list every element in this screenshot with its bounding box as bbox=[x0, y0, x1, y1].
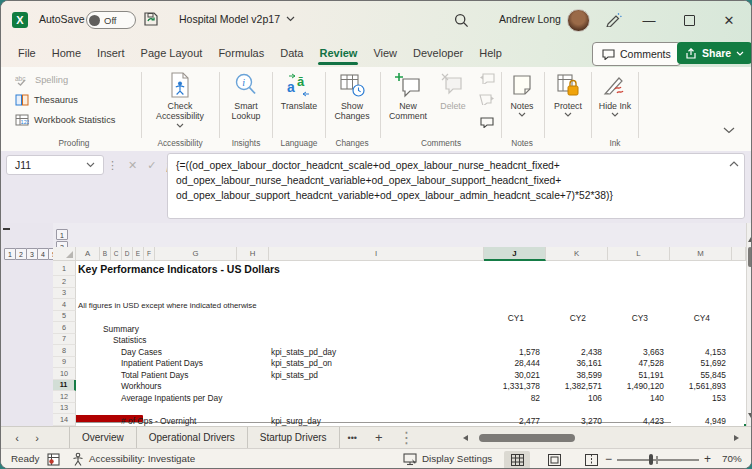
thesaurus-button[interactable]: Thesaurus bbox=[15, 91, 139, 109]
cell-label-row-14[interactable]: # of Ops - Overnight bbox=[121, 416, 196, 426]
cell-value-row-14-cy1[interactable]: 2,477 bbox=[486, 416, 540, 426]
document-title[interactable]: Hospital Model v2p17 bbox=[179, 13, 295, 25]
cell-value-row-9-cy4[interactable]: 51,692 bbox=[672, 358, 726, 368]
cell-code-row-10[interactable]: kpi_stats_pd bbox=[271, 370, 318, 380]
row-header-5[interactable]: 5 bbox=[53, 311, 76, 323]
display-settings-icon[interactable] bbox=[403, 453, 418, 466]
cell-label-row-7[interactable]: Statistics bbox=[113, 335, 147, 345]
row-header-6[interactable]: 6 bbox=[53, 322, 76, 334]
cell-value-row-8-cy2[interactable]: 2,438 bbox=[548, 347, 602, 357]
cancel-formula-icon[interactable]: ✕ bbox=[128, 159, 137, 172]
year-header-CY3[interactable]: CY3 bbox=[608, 313, 648, 323]
minimize-button[interactable]: — bbox=[634, 5, 664, 35]
cell-value-row-8-cy3[interactable]: 3,663 bbox=[610, 347, 664, 357]
close-button[interactable]: ✕ bbox=[714, 5, 744, 35]
new-comment-button[interactable]: New Comment bbox=[385, 70, 431, 122]
vertical-scroll-thumb[interactable] bbox=[748, 247, 752, 267]
record-macro-icon[interactable] bbox=[47, 453, 60, 466]
column-header-C[interactable]: C bbox=[111, 247, 122, 261]
zoom-slider-thumb[interactable] bbox=[649, 454, 653, 465]
cell-label-row-10[interactable]: Total Patient Days bbox=[121, 370, 189, 380]
prev-sheet-icon[interactable]: ‹ bbox=[7, 432, 27, 444]
zoom-out-button[interactable]: − bbox=[605, 452, 612, 466]
comments-button[interactable]: Comments bbox=[592, 42, 681, 66]
row-header-4[interactable]: 4 bbox=[53, 299, 76, 311]
sheet-tab-operational-drivers[interactable]: Operational Drivers bbox=[137, 427, 248, 448]
page-break-view-button[interactable] bbox=[578, 451, 604, 469]
year-header-CY4[interactable]: CY4 bbox=[670, 313, 710, 323]
hide-ink-button[interactable]: Hide Ink bbox=[595, 70, 635, 117]
row-header-8[interactable]: 8 bbox=[53, 345, 76, 357]
column-header-K[interactable]: K bbox=[546, 247, 608, 261]
cell-value-row-10-cy3[interactable]: 51,191 bbox=[610, 370, 664, 380]
protect-button[interactable]: Protect bbox=[547, 70, 589, 117]
notes-button[interactable]: Notes bbox=[503, 70, 541, 117]
row-header-3[interactable]: 3 bbox=[53, 288, 76, 300]
column-header-E[interactable]: E bbox=[133, 247, 144, 261]
row-header-2[interactable]: 2 bbox=[53, 276, 76, 288]
row-header-7[interactable]: 7 bbox=[53, 334, 76, 346]
cell-value-row-9-cy3[interactable]: 47,528 bbox=[610, 358, 664, 368]
horizontal-scroll-thumb[interactable] bbox=[479, 434, 575, 442]
workbook-statistics-button[interactable]: 123 Workbook Statistics bbox=[15, 111, 139, 129]
collapse-ribbon-icon[interactable] bbox=[723, 127, 735, 134]
row-header-14[interactable]: 14 bbox=[53, 414, 76, 426]
check-accessibility-button[interactable]: Check Accessibility bbox=[144, 70, 216, 128]
display-settings-label[interactable]: Display Settings bbox=[422, 453, 492, 464]
previous-comment-icon[interactable] bbox=[479, 72, 495, 84]
cell-value-row-10-cy1[interactable]: 30,021 bbox=[486, 370, 540, 380]
year-header-CY2[interactable]: CY2 bbox=[546, 313, 586, 323]
cell-label-row-8[interactable]: Day Cases bbox=[121, 347, 162, 357]
page-layout-view-button[interactable] bbox=[541, 451, 567, 469]
show-comments-icon[interactable] bbox=[480, 117, 494, 128]
namebox-splitter-icon[interactable]: ⋮ bbox=[107, 159, 118, 172]
search-icon[interactable] bbox=[454, 13, 469, 28]
cell-label-row-9[interactable]: Inpatient Patient Days bbox=[121, 358, 203, 368]
select-all-corner[interactable] bbox=[53, 247, 76, 261]
row-header-9[interactable]: 9 bbox=[53, 357, 76, 369]
cell-value-row-11-cy2[interactable]: 1,382,571 bbox=[548, 381, 602, 391]
next-comment-icon[interactable] bbox=[479, 93, 495, 105]
save-icon[interactable] bbox=[143, 11, 159, 27]
share-button[interactable]: Share bbox=[677, 42, 752, 64]
row-header-1[interactable]: 1 bbox=[53, 261, 76, 276]
row-header-10[interactable]: 10 bbox=[53, 368, 76, 380]
column-header-D[interactable]: D bbox=[122, 247, 133, 261]
row-header-11[interactable]: 11 bbox=[53, 380, 76, 392]
name-box[interactable]: J11 bbox=[6, 155, 104, 175]
column-header-A[interactable]: A bbox=[76, 247, 100, 261]
accessibility-status[interactable]: Accessibility: Investigate bbox=[89, 453, 195, 464]
cell-value-row-11-cy3[interactable]: 1,490,120 bbox=[610, 381, 664, 391]
vertical-scrollbar[interactable] bbox=[746, 223, 752, 426]
tab-page-layout[interactable]: Page Layout bbox=[133, 40, 211, 66]
cell-value-row-14-cy4[interactable]: 4,949 bbox=[672, 416, 726, 426]
sheet-tab-overview[interactable]: Overview bbox=[70, 427, 137, 448]
cell-value-row-14-cy3[interactable]: 4,423 bbox=[610, 416, 664, 426]
cell-value-row-11-cy1[interactable]: 1,331,378 bbox=[486, 381, 540, 391]
user-name[interactable]: Andrew Long bbox=[499, 13, 561, 25]
cell-label-row-11[interactable]: Workhours bbox=[121, 381, 161, 391]
more-sheets-button[interactable]: ••• bbox=[340, 433, 365, 443]
tab-view[interactable]: View bbox=[365, 40, 405, 66]
smart-lookup-button[interactable]: i Smart Lookup bbox=[222, 70, 270, 122]
column-header-J[interactable]: J bbox=[484, 247, 546, 261]
cell-value-row-12-cy3[interactable]: 140 bbox=[610, 393, 664, 403]
column-header-L[interactable]: L bbox=[608, 247, 670, 261]
zoom-level[interactable]: 70% bbox=[722, 453, 742, 464]
cell-code-row-9[interactable]: kpi_stats_pd_on bbox=[271, 358, 332, 368]
enter-formula-icon[interactable]: ✓ bbox=[147, 159, 156, 172]
cell-label-row-6[interactable]: Summary bbox=[103, 324, 139, 334]
collapse-formula-bar-icon[interactable] bbox=[729, 161, 739, 167]
row-header-13[interactable]: 13 bbox=[53, 403, 76, 415]
column-header-F[interactable]: F bbox=[144, 247, 155, 261]
tab-insert[interactable]: Insert bbox=[89, 40, 133, 66]
delete-comment-button[interactable]: Delete bbox=[433, 70, 473, 111]
column-header-B[interactable]: B bbox=[100, 247, 111, 261]
autosave-toggle[interactable]: Off bbox=[86, 11, 136, 29]
column-header-M[interactable]: M bbox=[670, 247, 732, 261]
cell-value-row-12-cy4[interactable]: 153 bbox=[672, 393, 726, 403]
tab-review[interactable]: Review bbox=[311, 40, 365, 66]
column-header-G[interactable]: G bbox=[155, 247, 237, 261]
cell-label-row-12[interactable]: Average Inpatients per Day bbox=[121, 393, 222, 403]
cell-value-row-14-cy2[interactable]: 3,270 bbox=[548, 416, 602, 426]
